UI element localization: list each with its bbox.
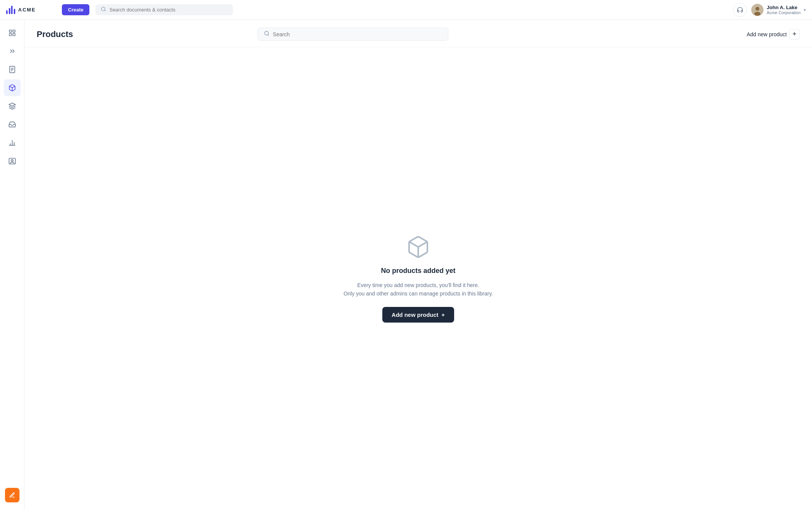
support-button[interactable] [733,3,747,17]
empty-desc-line1: Every time you add new products, you'll … [343,281,493,289]
empty-desc-line2: Only you and other admins can manage pro… [343,289,493,298]
topbar: ACME Create John A. Lake [0,0,812,20]
chevron-down-icon: ▾ [804,7,806,13]
sidebar-item-arrows[interactable] [4,43,21,60]
svg-point-0 [102,7,105,11]
user-menu[interactable]: John A. Lake Acme Corporation ▾ [751,4,806,16]
global-search-bar[interactable] [95,4,233,15]
page-header: Products Add new product + [24,20,812,47]
topbar-right: John A. Lake Acme Corporation ▾ [733,3,806,17]
empty-title: No products added yet [381,267,455,275]
empty-cube-icon [406,235,430,261]
sidebar-item-contacts[interactable] [4,153,21,169]
products-search-input[interactable] [273,31,442,37]
svg-marker-14 [9,103,15,106]
sidebar-item-products[interactable] [4,79,21,96]
add-plus-icon: + [789,29,800,40]
logo-bar-4 [14,9,15,14]
svg-line-22 [268,34,269,36]
add-product-cta-plus-icon: + [442,311,445,318]
global-search-icon [101,6,106,13]
fab-edit-button[interactable] [5,488,19,502]
global-search-input[interactable] [109,7,228,13]
logo-bar-1 [6,10,8,14]
user-name: John A. Lake [767,5,801,10]
products-search-icon [264,31,270,38]
svg-point-4 [754,12,760,16]
add-product-cta-button[interactable]: Add new product + [382,307,454,323]
page-title: Products [37,29,105,39]
svg-point-21 [265,31,269,35]
sidebar-item-layers[interactable] [4,98,21,115]
user-info: John A. Lake Acme Corporation [767,5,801,15]
svg-point-20 [11,160,13,161]
products-search-bar[interactable] [257,27,448,41]
svg-rect-6 [13,30,15,32]
main-layout: Products Add new product + [0,20,812,510]
logo-bar-3 [11,6,13,14]
user-company: Acme Corporation [767,10,801,15]
svg-line-1 [105,10,106,11]
sidebar-item-analytics[interactable] [4,134,21,151]
logo-icon [6,6,15,14]
logo-text: ACME [18,7,36,13]
svg-point-3 [755,7,759,11]
svg-rect-5 [9,30,11,32]
content-area: Products Add new product + [24,20,812,510]
sidebar-item-dashboard[interactable] [4,24,21,41]
create-button[interactable]: Create [62,4,89,15]
sidebar-item-documents[interactable] [4,61,21,78]
add-new-product-button[interactable]: Add new product + [747,29,800,40]
sidebar-bottom [5,488,19,505]
sidebar [0,20,24,510]
svg-rect-8 [13,34,15,36]
logo-bar-2 [9,8,10,14]
empty-description: Every time you add new products, you'll … [343,281,493,298]
svg-rect-7 [9,34,11,36]
sidebar-item-inbox[interactable] [4,116,21,133]
add-product-cta-label: Add new product [391,311,438,318]
add-new-label: Add new product [747,31,787,37]
empty-state: No products added yet Every time you add… [24,47,812,510]
logo-area: ACME [6,6,56,14]
avatar [751,4,763,16]
